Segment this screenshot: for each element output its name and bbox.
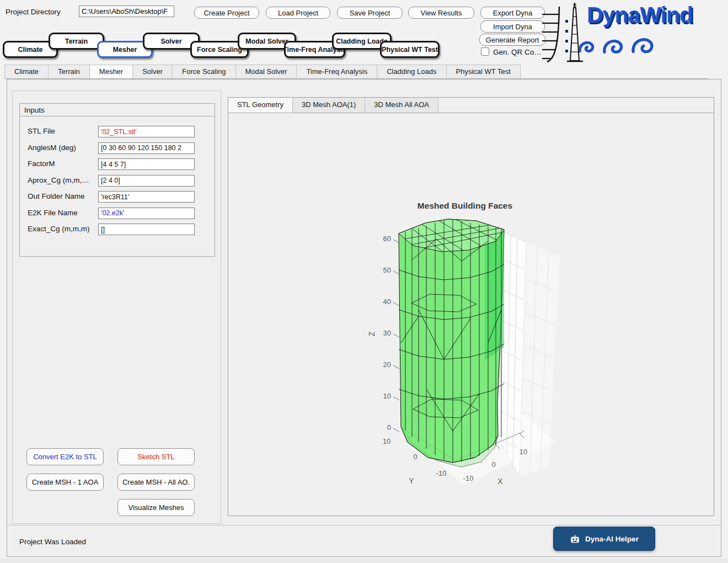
tab-physical-wt-test[interactable]: Physical WT Test bbox=[447, 65, 521, 78]
field-input-stl-file[interactable] bbox=[98, 126, 195, 137]
import-dyna-button[interactable]: Import Dyna bbox=[480, 20, 545, 33]
viewer-tabstrip: STL Geometry3D Mesh AOA(1)3D Mesh All AO… bbox=[228, 98, 714, 113]
stl-geometry-plot[interactable]: Meshed Building Faces bbox=[228, 113, 714, 517]
field-input-out-folder-name[interactable] bbox=[98, 191, 195, 203]
field-label-factorm: FactorM bbox=[28, 160, 55, 168]
x-axis-label: X bbox=[497, 477, 503, 486]
robot-icon bbox=[570, 534, 580, 544]
tab-modal-solver[interactable]: Modal Solver bbox=[236, 65, 297, 78]
field-label-anglesm-deg: AnglesM (deg) bbox=[28, 144, 76, 152]
x-tick-0: 0 bbox=[491, 460, 495, 469]
y-axis-label: Y bbox=[409, 476, 414, 485]
x-tick-10: 10 bbox=[520, 448, 527, 456]
create-project-button[interactable]: Create Project bbox=[194, 7, 259, 19]
viewer-tab-3d-mesh-aoa-1[interactable]: 3D Mesh AOA(1) bbox=[293, 98, 365, 113]
y-tick-10: 10 bbox=[383, 437, 390, 445]
view-results-button[interactable]: View Results bbox=[408, 7, 474, 19]
gen-qr-label: Gen. QR Co… bbox=[493, 48, 544, 56]
nav-button-physical-wt-test[interactable]: Physical WT Test bbox=[380, 41, 440, 58]
y-tick-neg10: -10 bbox=[436, 469, 447, 477]
load-project-button[interactable]: Load Project bbox=[266, 7, 330, 19]
tab-mesher[interactable]: Mesher bbox=[90, 65, 133, 78]
viewer-tabstrip-filler bbox=[438, 98, 714, 113]
viewer-panel: STL Geometry3D Mesh AOA(1)3D Mesh All AO… bbox=[228, 97, 714, 516]
sketch-stl-button[interactable]: Sketch STL bbox=[117, 448, 195, 465]
field-label-stl-file: STL File bbox=[28, 127, 55, 135]
field-input-anglesm-deg[interactable] bbox=[98, 142, 195, 154]
z-tick-10: 10 bbox=[383, 392, 391, 400]
dynawind-logo: DynaWind bbox=[540, 2, 711, 64]
field-label-exact-cg-m-m-m: Exact_Cg (m,m,m) bbox=[28, 225, 90, 233]
generate-report-button[interactable]: Generate Report bbox=[479, 34, 545, 46]
dyna-ai-helper-button[interactable]: Dyna-AI Helper bbox=[553, 527, 655, 551]
wind-swirls-icon bbox=[579, 31, 667, 63]
z-tick-50: 50 bbox=[383, 266, 391, 274]
tab-cladding-loads[interactable]: Cladding Loads bbox=[377, 65, 446, 78]
status-text: Project Was Loaded bbox=[19, 538, 86, 546]
field-label-aprox-cg-m-m: Aprox_Cg (m,m,… bbox=[28, 176, 89, 184]
tab-force-scaling[interactable]: Force Scaling bbox=[173, 65, 235, 78]
convert-e2k-to-stl-button[interactable]: Convert E2K to STL bbox=[26, 448, 104, 465]
visualize-meshes-button[interactable]: Visualize Meshes bbox=[117, 499, 195, 516]
project-directory-input[interactable] bbox=[79, 6, 174, 17]
create-msh-1-aoa-button[interactable]: Create MSH - 1 AOA bbox=[26, 474, 104, 491]
gen-qr-checkbox[interactable] bbox=[481, 47, 489, 56]
tabstrip-filler bbox=[521, 65, 708, 78]
z-tick-20: 20 bbox=[383, 360, 391, 369]
field-label-e2k-file-name: E2K File Name bbox=[28, 209, 78, 217]
inputs-panel-title: Inputs bbox=[20, 104, 215, 116]
z-tick-0: 0 bbox=[387, 423, 391, 432]
tab-time-freq-analysis[interactable]: Time-Freq Analysis bbox=[297, 65, 377, 78]
dynawind-app: Project Directory Create ProjectLoad Pro… bbox=[0, 0, 728, 559]
field-label-out-folder-name: Out Folder Name bbox=[28, 192, 85, 200]
project-directory-label: Project Directory bbox=[6, 8, 61, 16]
main-tabstrip: ClimateTerrainMesherSolverForce ScalingM… bbox=[4, 65, 708, 79]
x-tick-neg10: -10 bbox=[463, 474, 474, 482]
field-input-factorm[interactable] bbox=[98, 158, 195, 170]
plot-title: Meshed Building Faces bbox=[417, 201, 512, 210]
tab-terrain[interactable]: Terrain bbox=[49, 65, 90, 78]
viewer-tab-3d-mesh-all-aoa[interactable]: 3D Mesh All AOA bbox=[365, 98, 438, 113]
building-mesh bbox=[397, 219, 508, 467]
export-dyna-button[interactable]: Export Dyna bbox=[480, 7, 545, 19]
viewer-tab-stl-geometry[interactable]: STL Geometry bbox=[228, 98, 293, 113]
y-tick-0: 0 bbox=[413, 453, 417, 461]
save-project-button[interactable]: Save Project bbox=[337, 7, 403, 19]
z-tick-40: 40 bbox=[383, 298, 391, 306]
create-msh-all-ao-button[interactable]: Create MSH - All AO. bbox=[117, 474, 195, 491]
z-tick-60: 60 bbox=[383, 235, 391, 243]
z-tick-30: 30 bbox=[383, 329, 391, 337]
logo-title: DynaWind bbox=[587, 2, 693, 28]
nav-button-terrain[interactable]: Terrain bbox=[49, 33, 104, 50]
tab-climate[interactable]: Climate bbox=[4, 65, 49, 78]
field-input-aprox-cg-m-m[interactable] bbox=[98, 175, 195, 187]
footer-separator bbox=[7, 525, 721, 525]
z-axis-label: Z bbox=[367, 331, 376, 336]
field-input-exact-cg-m-m-m[interactable] bbox=[98, 224, 195, 235]
dyna-ai-helper-label: Dyna-AI Helper bbox=[585, 535, 639, 543]
field-input-e2k-file-name[interactable] bbox=[98, 208, 195, 219]
tab-solver[interactable]: Solver bbox=[133, 65, 173, 78]
